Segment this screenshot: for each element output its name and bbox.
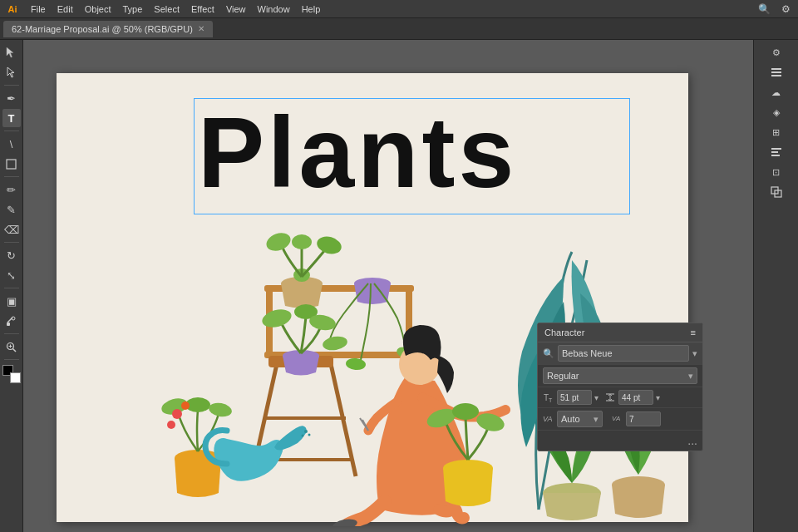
selection-tool[interactable] (2, 43, 21, 62)
pencil-tool[interactable]: ✎ (2, 200, 21, 219)
font-style-dropdown-icon: ▾ (688, 371, 693, 382)
svg-line-5 (13, 348, 17, 352)
tab-bar: 62-Marriage Proposal.ai @ 50% (RGB/GPU) … (0, 18, 798, 40)
left-toolbar: ✒ T \ ✏ ✎ ⌫ ↻ ⤡ ▣ (0, 40, 23, 532)
panel-collapse-icon[interactable]: ≡ (691, 328, 696, 337)
tracking-input[interactable] (626, 411, 661, 426)
svg-point-16 (292, 234, 312, 249)
svg-point-33 (208, 401, 233, 419)
menu-select[interactable]: Select (148, 2, 185, 16)
font-style-select[interactable]: Regular ▾ (543, 367, 697, 384)
font-dropdown-icon[interactable]: ▾ (692, 348, 697, 359)
svg-rect-64 (771, 151, 778, 153)
pen-tool[interactable]: ✒ (2, 89, 21, 107)
eyedropper-tool[interactable] (2, 312, 21, 330)
character-panel: Character ≡ 🔍 ▾ Regular ▾ T (537, 323, 703, 451)
rotate-tool[interactable]: ↻ (2, 246, 21, 264)
svg-point-14 (264, 229, 293, 254)
transform-button[interactable]: ⊡ (767, 163, 786, 181)
svg-point-18 (322, 335, 348, 352)
plants-text[interactable]: Plants (198, 102, 517, 202)
character-panel-title: Character (544, 328, 584, 337)
panel-more-button[interactable]: ... (687, 434, 697, 447)
svg-point-47 (304, 430, 308, 433)
font-size-unit-icon: ▾ (594, 393, 598, 402)
menu-object[interactable]: Object (79, 2, 117, 16)
background-color[interactable] (10, 372, 21, 383)
line-height-icon (604, 392, 616, 403)
font-search-row: 🔍 ▾ (538, 342, 702, 365)
line-height-input[interactable] (618, 390, 653, 405)
zoom-tool[interactable] (2, 337, 21, 356)
document-tab[interactable]: 62-Marriage Proposal.ai @ 50% (RGB/GPU) … (3, 21, 213, 37)
appearance-button[interactable]: ◈ (767, 103, 786, 121)
svg-rect-61 (771, 71, 781, 73)
right-panel: ⚙ ☁ ◈ ⊞ ⊡ (753, 40, 798, 532)
kerning-value: Auto (561, 414, 580, 424)
tab-close-button[interactable]: ✕ (198, 24, 204, 33)
menu-help[interactable]: Help (296, 2, 327, 16)
svg-rect-63 (771, 148, 781, 150)
svg-point-36 (167, 421, 175, 429)
menu-view[interactable]: View (220, 2, 252, 16)
svg-point-48 (302, 435, 304, 437)
font-style-value: Regular (547, 371, 579, 381)
tracking-icon: VA (612, 413, 623, 423)
canvas-area[interactable]: Plants (23, 40, 753, 532)
layers-button[interactable] (767, 63, 786, 81)
eraser-tool[interactable]: ⌫ (2, 220, 21, 239)
app-icon: Ai (3, 0, 22, 18)
panel-footer: ... (538, 431, 702, 451)
align-button[interactable] (767, 143, 786, 161)
svg-point-43 (452, 403, 479, 420)
main-layout: ✒ T \ ✏ ✎ ⌫ ↻ ⤡ ▣ (0, 40, 798, 532)
svg-point-15 (315, 234, 343, 256)
font-size-icon: T T (543, 392, 554, 403)
font-style-row: Regular ▾ (538, 365, 702, 387)
font-size-input[interactable] (557, 390, 592, 405)
menu-window[interactable]: Window (252, 2, 296, 16)
shape-tool[interactable] (2, 155, 21, 173)
type-tool[interactable]: T (2, 109, 21, 127)
tracking-label: VA (612, 413, 623, 425)
svg-point-27 (260, 307, 293, 331)
font-search-input[interactable] (558, 345, 689, 362)
font-metrics-row-1: T T ▾ ▾ (538, 387, 702, 408)
search-icon: 🔍 (543, 348, 554, 359)
kerning-select[interactable]: Auto ▾ (557, 411, 603, 427)
paintbrush-tool[interactable]: ✏ (2, 180, 21, 199)
kerning-label: VA (543, 415, 554, 423)
svg-point-19 (345, 357, 366, 371)
search-icon[interactable]: 🔍 (755, 0, 773, 18)
svg-rect-0 (7, 160, 16, 169)
line-height-unit-icon: ▾ (656, 393, 660, 402)
font-metrics-row-2: VA Auto ▾ VA (538, 408, 702, 431)
line-tool[interactable]: \ (2, 135, 21, 153)
tab-label: 62-Marriage Proposal.ai @ 50% (RGB/GPU) (12, 24, 193, 34)
menu-edit[interactable]: Edit (52, 2, 79, 16)
svg-text:T: T (549, 397, 553, 403)
svg-text:VA: VA (612, 415, 620, 422)
svg-rect-62 (771, 75, 781, 76)
svg-rect-2 (7, 323, 10, 326)
libraries-button[interactable]: ☁ (767, 83, 786, 101)
menu-bar: Ai File Edit Object Type Select Effect V… (0, 0, 798, 18)
svg-rect-65 (771, 155, 780, 156)
scale-tool[interactable]: ⤡ (2, 266, 21, 284)
properties-button[interactable]: ⚙ (767, 43, 786, 62)
svg-rect-60 (771, 68, 781, 70)
svg-point-34 (172, 409, 182, 419)
svg-point-49 (308, 434, 311, 436)
settings-icon[interactable]: ⚙ (776, 0, 795, 18)
assets-button[interactable]: ⊞ (767, 123, 786, 141)
menu-type[interactable]: Type (117, 2, 149, 16)
pathfinder-button[interactable] (767, 183, 786, 201)
direct-selection-tool[interactable] (2, 63, 21, 81)
menu-effect[interactable]: Effect (185, 2, 220, 16)
character-panel-header: Character ≡ (538, 323, 702, 342)
artboard: Plants (57, 73, 688, 522)
menu-file[interactable]: File (25, 2, 52, 16)
svg-point-35 (181, 401, 190, 410)
color-swatches[interactable] (2, 365, 21, 383)
gradient-tool[interactable]: ▣ (2, 292, 21, 310)
